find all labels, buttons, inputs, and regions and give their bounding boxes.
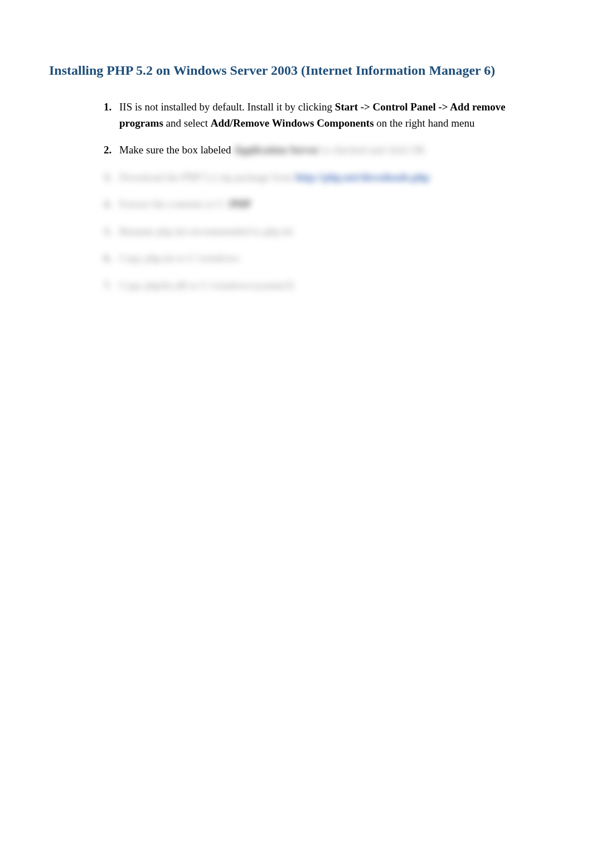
- list-item: 7.Copy php5ts.dll to C:\windows\system32: [104, 278, 543, 294]
- text-segment: on the right hand menu: [374, 117, 475, 129]
- list-number: 6.: [104, 250, 119, 267]
- list-content: Make sure the box labeled Application Se…: [119, 142, 543, 158]
- list-number: 3.: [104, 170, 119, 186]
- text-segment: and select: [163, 117, 211, 129]
- page-title: Installing PHP 5.2 on Windows Server 200…: [67, 61, 543, 79]
- blurred-text: Download the PHP 5.2 zip package from: [119, 171, 295, 183]
- text-segment: Make sure the box labeled: [119, 144, 234, 156]
- list-item: 1.IIS is not installed by default. Insta…: [104, 99, 543, 131]
- instruction-list: 1.IIS is not installed by default. Insta…: [104, 99, 543, 293]
- list-number: 7.: [104, 278, 119, 294]
- list-number: 5.: [104, 224, 119, 240]
- list-number: 1.: [104, 99, 119, 131]
- blurred-text: Extract the contents to C:\: [119, 198, 230, 210]
- list-number: 4.: [104, 196, 119, 213]
- blurred-text: http://php.net/downloads.php: [295, 171, 430, 183]
- list-content: Copy php5ts.dll to C:\windows\system32: [119, 278, 543, 294]
- blurred-text: Copy php.ini to C:\windows: [119, 252, 239, 264]
- list-item: 3.Download the PHP 5.2 zip package from …: [104, 170, 543, 186]
- text-segment: IIS is not installed by default. Install…: [119, 101, 335, 113]
- blurred-text: is checked and click OK: [319, 144, 425, 156]
- list-item: 6.Copy php.ini to C:\windows: [104, 250, 543, 267]
- blurred-text: Rename php.ini-recommended to php.ini: [119, 225, 293, 237]
- list-content: Rename php.ini-recommended to php.ini: [119, 224, 543, 240]
- blurred-text: Application Server: [234, 144, 319, 156]
- blurred-text: PHP: [230, 198, 251, 210]
- blurred-text: Copy php5ts.dll to C:\windows\system32: [119, 279, 295, 291]
- text-segment: Add/Remove Windows Components: [211, 117, 374, 129]
- list-item: 4.Extract the contents to C:\PHP: [104, 196, 543, 213]
- list-content: Download the PHP 5.2 zip package from ht…: [119, 170, 543, 186]
- list-content: Copy php.ini to C:\windows: [119, 250, 543, 267]
- list-item: 5.Rename php.ini-recommended to php.ini: [104, 224, 543, 240]
- list-content: Extract the contents to C:\PHP: [119, 196, 543, 213]
- list-item: 2.Make sure the box labeled Application …: [104, 142, 543, 158]
- list-content: IIS is not installed by default. Install…: [119, 99, 543, 131]
- list-number: 2.: [104, 142, 119, 158]
